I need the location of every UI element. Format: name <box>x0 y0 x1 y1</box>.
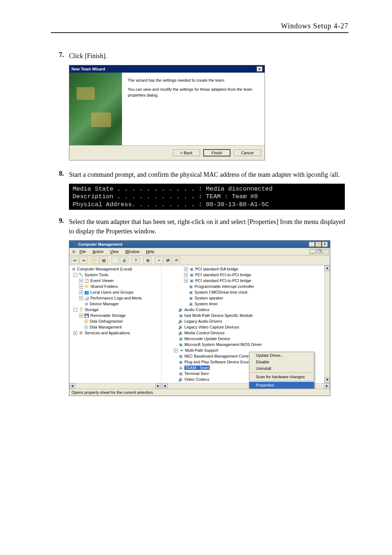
device-msmb[interactable]: Microsoft System Management BIOS Driver <box>184 342 262 347</box>
expand-icon[interactable]: + <box>184 273 188 277</box>
doc-close-icon[interactable]: × <box>323 249 328 254</box>
right-vscrollbar[interactable]: ▲ ▼ <box>324 265 330 383</box>
ctx-update-driver[interactable]: Update Driver... <box>249 352 314 359</box>
back-button[interactable]: < Back <box>173 150 200 156</box>
device-team-selected[interactable]: TEAM : Team <box>184 366 210 370</box>
tree-lug[interactable]: Local Users and Groups <box>90 290 134 294</box>
doc-minimize-icon[interactable]: _ <box>310 249 315 254</box>
device-mcd[interactable]: Media Control Devices <box>184 331 225 335</box>
maximize-icon[interactable]: □ <box>315 242 321 247</box>
expand-icon[interactable]: + <box>184 267 188 271</box>
tree-ev[interactable]: Event Viewer <box>90 278 114 283</box>
tree-sa[interactable]: Services and Applications <box>85 331 130 335</box>
expand-icon[interactable]: + <box>79 296 83 300</box>
wizard-line2: You can view and modify the settings for… <box>128 87 259 98</box>
chip-icon: ▣ <box>178 354 183 359</box>
help-icon[interactable]: ? <box>132 257 140 264</box>
tree-dm[interactable]: Device Manager <box>90 302 119 306</box>
tree-pla[interactable]: Performance Logs and Alerts <box>90 296 142 300</box>
scroll-left-icon[interactable]: ◄ <box>69 383 75 388</box>
menu-view[interactable]: View <box>107 249 122 254</box>
nav-back-icon[interactable]: ⇐ <box>71 257 79 264</box>
step-8-num: 8. <box>54 170 69 179</box>
device-lad[interactable]: Legacy Audio Drivers <box>184 319 222 323</box>
device-item[interactable]: System CMOS/real time clock <box>195 290 248 294</box>
tree-dd[interactable]: Disk Defragmenter <box>90 319 123 323</box>
list-icon[interactable]: ▤ <box>100 257 108 264</box>
disk-mgmt-icon: 💿 <box>83 325 89 330</box>
cancel-button[interactable]: Cancel <box>234 150 261 156</box>
refresh-icon[interactable]: ⟳ <box>172 257 180 264</box>
scroll-right-icon[interactable]: ► <box>155 383 161 388</box>
tree-systools[interactable]: System Tools <box>85 273 108 277</box>
menubar-app-icon: 🖥 <box>71 249 76 254</box>
menu-action[interactable]: Action <box>90 249 107 254</box>
tools-icon: 🔧 <box>78 272 83 277</box>
device-item[interactable]: PCI standard PCI-to-PCI bridge <box>195 278 251 283</box>
step-7-text: Click [Finish]. <box>69 51 348 61</box>
chip-icon: ▣ <box>178 336 183 341</box>
device-item[interactable]: Programmable interrupt controller <box>195 284 254 289</box>
network-icon: 🖧 <box>178 365 183 370</box>
tree-storage[interactable]: Storage <box>85 307 99 312</box>
menu-window[interactable]: Window <box>122 249 142 254</box>
tree-rs[interactable]: Removable Storage <box>90 313 126 318</box>
menu-help[interactable]: Help <box>143 249 157 254</box>
device-had[interactable]: had Multi-Path Device Specific Module <box>184 313 253 318</box>
ctx-uninstall[interactable]: Uninstall <box>249 365 314 372</box>
chip-icon: ▣ <box>178 359 183 364</box>
expand-icon[interactable]: + <box>184 279 188 283</box>
device-necb[interactable]: NEC Baseboard Management Controller <box>184 354 256 358</box>
video-icon: 🔊 <box>178 325 183 330</box>
up-icon[interactable]: 📁 <box>91 257 99 264</box>
computer-icon[interactable]: 🖥 <box>143 257 151 264</box>
expand-icon[interactable]: + <box>79 290 83 294</box>
left-hscrollbar[interactable]: ◄ ► <box>69 383 161 389</box>
device-icon[interactable]: 🖳 <box>164 257 172 264</box>
cm-tree-pane[interactable]: 🖥Computer Management (Local) -🔧System To… <box>69 265 162 389</box>
close-icon[interactable]: × <box>257 66 262 72</box>
ctx-properties[interactable]: Properties <box>249 382 314 388</box>
device-vc[interactable]: Video Codecs <box>184 377 209 381</box>
device-ts[interactable]: Terminal Serv <box>184 371 209 376</box>
properties-icon[interactable]: 📄 <box>111 257 119 264</box>
expand-icon[interactable]: + <box>79 314 83 318</box>
minimize-icon[interactable]: _ <box>309 242 315 247</box>
folder-icon: 📁 <box>84 284 89 289</box>
tree-root[interactable]: Computer Management (Local) <box>77 267 132 271</box>
scan-icon[interactable]: ≈ <box>155 257 163 264</box>
tree-dmg[interactable]: Disk Management <box>90 325 122 329</box>
scroll-right-icon[interactable]: ► <box>324 383 330 388</box>
cm-device-pane[interactable]: +▣PCI standard ISA bridge +▣PCI standard… <box>162 265 330 389</box>
collapse-icon[interactable]: - <box>73 273 77 277</box>
finish-button[interactable]: Finish <box>203 149 230 156</box>
device-item[interactable]: System speaker <box>195 296 223 300</box>
chip-icon: ▣ <box>189 272 194 277</box>
scroll-down-icon[interactable]: ▼ <box>324 377 330 383</box>
scroll-up-icon[interactable]: ▲ <box>324 265 330 271</box>
expand-icon[interactable]: + <box>79 279 83 283</box>
chip-icon: ▣ <box>178 342 183 347</box>
device-mud[interactable]: Microcode Update Device <box>184 336 230 341</box>
collapse-icon[interactable]: - <box>73 308 77 312</box>
device-lvc[interactable]: Legacy Video Capture Devices <box>184 325 239 329</box>
menu-file[interactable]: File <box>77 249 89 254</box>
nav-fwd-icon[interactable]: ⇒ <box>79 257 87 264</box>
device-mps[interactable]: Multi-Path Support <box>185 348 218 352</box>
ctx-scan[interactable]: Scan for hardware changes <box>249 374 314 380</box>
expand-icon[interactable]: + <box>174 348 178 352</box>
device-item[interactable]: PCI standard PCI-to-PCI bridge <box>195 273 251 277</box>
scroll-left-icon[interactable]: ◄ <box>162 383 168 388</box>
ctx-disable[interactable]: Disable <box>249 359 314 365</box>
device-item[interactable]: PCI standard ISA bridge <box>195 267 238 271</box>
expand-icon[interactable]: + <box>79 285 83 289</box>
tree-sf[interactable]: Shared Folders <box>90 284 118 289</box>
print-icon[interactable]: 🖨 <box>120 257 128 264</box>
device-item[interactable]: System timer <box>195 302 218 306</box>
close-icon[interactable]: × <box>322 242 328 247</box>
doc-restore-icon[interactable]: ❐ <box>316 249 322 254</box>
cm-titlebar: 🖥 Computer Management _ □ × <box>69 241 330 248</box>
expand-icon[interactable]: + <box>73 331 77 335</box>
device-audio[interactable]: Audio Codecs <box>184 307 209 312</box>
audio-icon: 🔊 <box>178 319 183 324</box>
